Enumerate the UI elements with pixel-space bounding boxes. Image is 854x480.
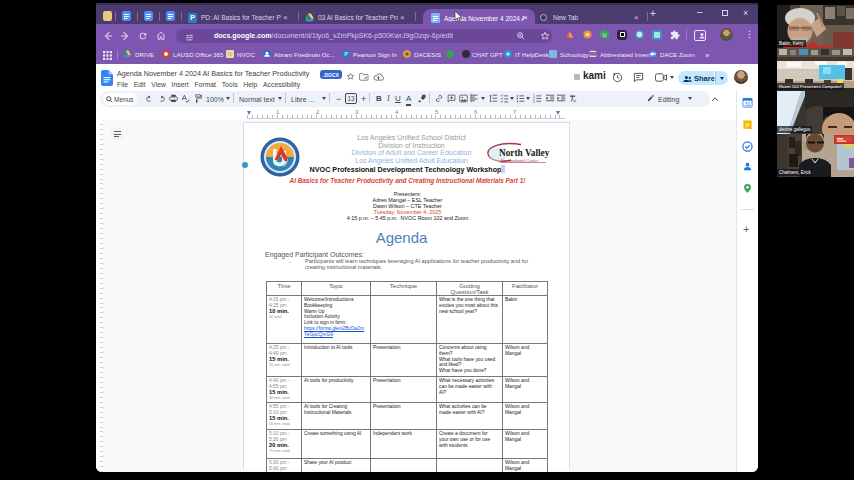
- svg-text:31: 31: [744, 101, 750, 107]
- svg-text:U: U: [603, 32, 607, 38]
- svg-text:3: 3: [533, 100, 535, 103]
- svg-text:P: P: [344, 51, 348, 57]
